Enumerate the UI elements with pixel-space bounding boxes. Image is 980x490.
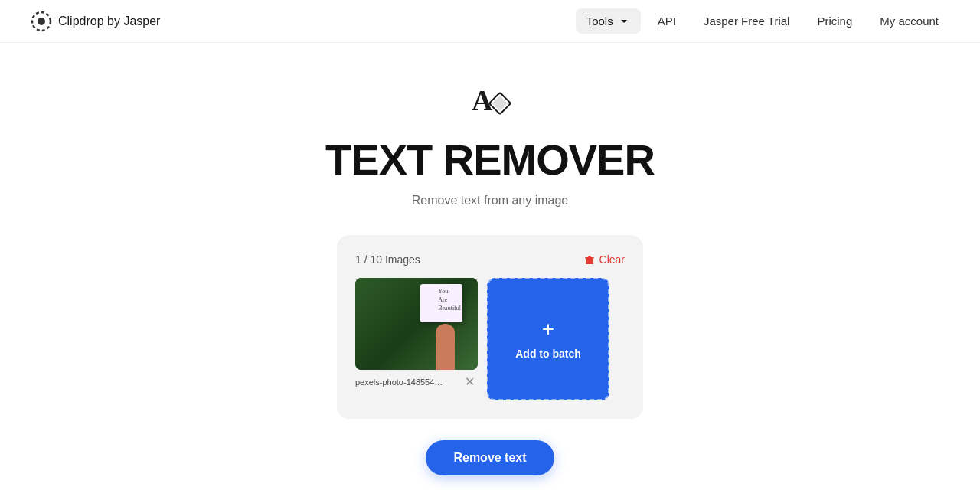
logo-text: Clipdrop by Jasper — [58, 15, 160, 28]
clear-button[interactable]: Clear — [584, 253, 625, 266]
page-subtitle: Remove text from any image — [412, 194, 569, 207]
add-to-batch-card[interactable]: + Add to batch — [487, 278, 609, 400]
image-card: pexels-photo-1485548.webp ✕ — [355, 278, 478, 400]
svg-rect-8 — [585, 257, 594, 259]
tools-label: Tools — [586, 15, 613, 28]
my-account-link[interactable]: My account — [869, 8, 949, 34]
chevron-down-icon — [618, 15, 630, 28]
image-grid: pexels-photo-1485548.webp ✕ + Add to bat… — [355, 278, 625, 400]
clipdrop-logo-icon — [31, 11, 52, 32]
hand-decoration — [436, 324, 455, 370]
svg-text:A: A — [472, 84, 493, 116]
clear-label: Clear — [599, 253, 625, 266]
svg-rect-7 — [588, 256, 591, 257]
remove-image-button[interactable]: ✕ — [462, 374, 478, 390]
add-icon: + — [542, 318, 554, 340]
jasper-free-trial-link[interactable]: Jasper Free Trial — [693, 8, 801, 34]
image-simulation — [355, 278, 478, 370]
image-filename: pexels-photo-1485548.webp — [355, 377, 447, 387]
hero-icon: A — [469, 80, 511, 122]
trash-icon — [584, 254, 595, 265]
filename-row: pexels-photo-1485548.webp ✕ — [355, 374, 478, 390]
page-title: TEXT REMOVER — [325, 135, 655, 185]
main-nav: Tools API Jasper Free Trial Pricing My a… — [576, 8, 949, 34]
tools-menu-button[interactable]: Tools — [576, 8, 641, 34]
remove-text-button[interactable]: Remove text — [426, 440, 554, 475]
pricing-link[interactable]: Pricing — [806, 8, 863, 34]
upload-container: 1 / 10 Images Clear pexels-pho — [337, 235, 643, 419]
api-link[interactable]: API — [647, 8, 687, 34]
logo[interactable]: Clipdrop by Jasper — [31, 11, 160, 32]
image-preview — [355, 278, 478, 370]
svg-point-1 — [38, 18, 45, 25]
main-content: A TEXT REMOVER Remove text from any imag… — [0, 43, 980, 475]
upload-header: 1 / 10 Images Clear — [355, 253, 625, 266]
image-count: 1 / 10 Images — [355, 253, 420, 266]
add-batch-label: Add to batch — [515, 348, 581, 360]
